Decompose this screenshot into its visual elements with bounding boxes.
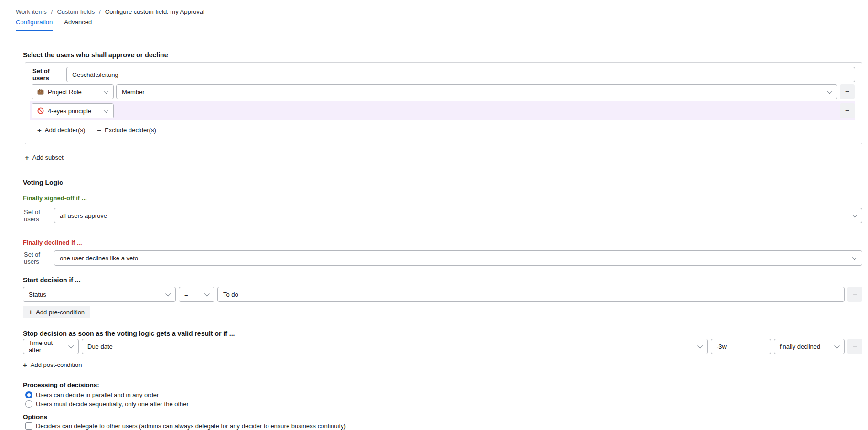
decider-type-value: 4-eyes principle [48, 108, 91, 115]
chevron-down-icon [204, 291, 209, 296]
radio-sequential[interactable] [25, 400, 32, 408]
minus-icon: − [97, 127, 101, 134]
stop-condition-heading: Stop decision as soon as the voting logi… [23, 330, 862, 337]
chevron-down-icon [103, 88, 108, 94]
remove-decider-button[interactable]: − [840, 103, 855, 118]
stop-result-value: finally declined [780, 343, 820, 350]
add-pre-condition-button[interactable]: + Add pre-condition [23, 306, 90, 318]
signed-off-value: all users approve [60, 212, 107, 219]
start-operator-select[interactable]: = [179, 287, 214, 302]
decider-row-highlighted: 4-eyes principle − [30, 101, 855, 120]
minus-icon: − [853, 343, 857, 350]
start-condition-row: Status = To do − [23, 287, 862, 302]
remove-pre-condition-button[interactable]: − [847, 287, 862, 302]
radio-parallel[interactable] [25, 391, 32, 398]
minus-icon: − [845, 88, 849, 96]
breadcrumb-separator: / [51, 8, 53, 15]
breadcrumb: Work items / Custom fields / Configure c… [16, 8, 868, 15]
tab-advanced[interactable]: Advanced [64, 19, 92, 31]
set-of-users-input[interactable] [66, 67, 855, 82]
chevron-down-icon [852, 212, 857, 217]
decider-type-select[interactable]: 4-eyes principle [32, 103, 114, 118]
breadcrumb-custom-fields[interactable]: Custom fields [57, 8, 95, 15]
start-field-select[interactable]: Status [23, 287, 176, 302]
stop-field-select[interactable]: Due date [82, 339, 708, 354]
signed-off-row: Set of users all users approve [24, 208, 862, 223]
start-operator-value: = [184, 291, 188, 298]
add-deciders-label: Add decider(s) [45, 127, 86, 134]
exclude-deciders-label: Exclude decider(s) [105, 127, 156, 134]
decider-type-value: Project Role [48, 88, 82, 96]
voting-logic-heading: Voting Logic [23, 179, 862, 186]
stop-offset-input[interactable] [711, 339, 771, 354]
set-of-users-row: Set of users [30, 67, 855, 82]
declined-value: one user declines like a veto [60, 255, 138, 262]
add-deciders-button[interactable]: + Add decider(s) [37, 127, 85, 134]
no-entry-icon [37, 108, 44, 114]
breadcrumb-current-page: Configure custom field: my Approval [105, 8, 204, 15]
briefcase-icon [37, 88, 44, 95]
chevron-down-icon [697, 343, 703, 348]
options-heading: Options [23, 413, 862, 420]
chevron-down-icon [852, 255, 857, 260]
subset-box: Set of users Project Role Member − [25, 62, 862, 144]
tab-configuration[interactable]: Configuration [16, 19, 53, 31]
stop-condition-row: Time out after Due date finally declined… [23, 339, 862, 354]
stop-result-select[interactable]: finally declined [774, 339, 845, 354]
chevron-down-icon [834, 343, 839, 348]
checkbox-delegate[interactable] [25, 422, 32, 430]
radio-sequential-label: Users must decide sequentially, only one… [36, 400, 189, 408]
declined-heading: Finally declined if ... [23, 239, 862, 246]
signed-off-heading: Finally signed-off if ... [23, 194, 862, 202]
chevron-down-icon [68, 343, 74, 348]
declined-select[interactable]: one user declines like a veto [54, 250, 862, 266]
start-field-value: Status [29, 291, 46, 298]
approvers-heading: Select the users who shall approve or de… [23, 51, 862, 59]
add-post-condition-label: Add post-condition [31, 361, 82, 368]
start-value: To do [223, 291, 238, 298]
signed-off-select[interactable]: all users approve [54, 208, 862, 223]
processing-heading: Processing of decisions: [23, 381, 862, 388]
declined-label: Set of users [24, 251, 54, 265]
start-condition-heading: Start decision if ... [23, 276, 862, 284]
add-subset-label: Add subset [32, 154, 64, 161]
chevron-down-icon [103, 108, 108, 113]
stop-trigger-value: Time out after [29, 339, 65, 354]
radio-parallel-label: Users can decide in parallel and in any … [36, 391, 159, 398]
processing-option-sequential: Users must decide sequentially, only one… [25, 400, 862, 408]
stop-field-value: Due date [87, 343, 113, 350]
plus-icon: + [29, 308, 32, 316]
minus-icon: − [853, 290, 857, 298]
chevron-down-icon [827, 88, 832, 94]
chevron-down-icon [165, 291, 171, 296]
decider-value-select[interactable]: Member [116, 84, 837, 99]
remove-post-condition-button[interactable]: − [847, 339, 862, 354]
add-pre-condition-label: Add pre-condition [36, 309, 85, 316]
processing-option-parallel: Users can decide in parallel and in any … [25, 391, 862, 398]
decider-type-select[interactable]: Project Role [32, 84, 114, 99]
plus-icon: + [25, 154, 29, 161]
checkbox-delegate-label: Deciders can delegate to other users (ad… [36, 422, 346, 430]
breadcrumb-work-items[interactable]: Work items [16, 8, 47, 15]
breadcrumb-separator: / [99, 8, 101, 15]
exclude-deciders-button[interactable]: − Exclude decider(s) [97, 127, 156, 134]
page-header: Work items / Custom fields / Configure c… [0, 0, 868, 31]
remove-decider-button[interactable]: − [840, 84, 855, 99]
plus-icon: + [37, 127, 42, 134]
decider-value: Member [122, 88, 145, 96]
set-of-users-label: Set of users [30, 67, 66, 82]
add-post-condition-button[interactable]: + Add post-condition [23, 361, 82, 368]
start-value-input[interactable]: To do [217, 287, 845, 302]
declined-row: Set of users one user declines like a ve… [24, 250, 862, 266]
stop-trigger-select[interactable]: Time out after [23, 339, 79, 354]
minus-icon: − [845, 107, 849, 115]
signed-off-label: Set of users [24, 208, 54, 223]
option-delegate: Deciders can delegate to other users (ad… [25, 422, 862, 430]
main-content: Select the users who shall approve or de… [0, 51, 868, 430]
tab-bar: Configuration Advanced [16, 19, 868, 31]
add-subset-button[interactable]: + Add subset [25, 154, 64, 161]
decider-actions: + Add decider(s) − Exclude decider(s) [37, 127, 855, 134]
decider-row: Project Role Member − [30, 82, 855, 101]
plus-icon: + [23, 361, 27, 368]
